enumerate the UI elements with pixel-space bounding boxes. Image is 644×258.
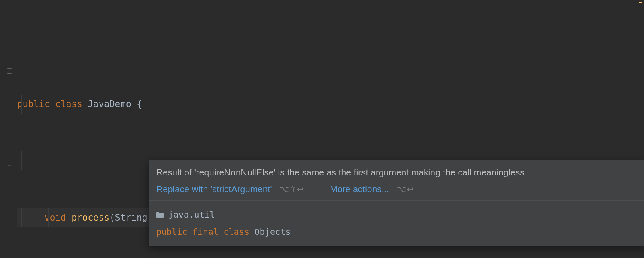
more-actions-link[interactable]: More actions... bbox=[330, 184, 389, 194]
shortcut-label: ⌥↩ bbox=[397, 184, 414, 194]
quick-doc: java.util public final class Objects bbox=[149, 201, 644, 246]
gutter bbox=[0, 0, 17, 258]
error-stripe[interactable] bbox=[638, 0, 644, 258]
shortcut-label: ⌥⇧↩ bbox=[279, 184, 304, 194]
code-line bbox=[17, 38, 644, 57]
package-name: java.util bbox=[168, 206, 215, 223]
quickfix-replace-link[interactable]: Replace with 'strictArgument' bbox=[156, 184, 272, 194]
inspection-tooltip: Result of 'requireNonNullElse' is the sa… bbox=[149, 160, 644, 246]
code-line: public class JavaDemo { bbox=[17, 95, 644, 114]
warning-marker[interactable] bbox=[639, 2, 642, 3]
fold-minus-icon[interactable] bbox=[7, 163, 12, 168]
fold-minus-icon[interactable] bbox=[7, 68, 12, 74]
inspection-message: Result of 'requireNonNullElse' is the sa… bbox=[149, 160, 644, 182]
package-icon bbox=[156, 211, 164, 218]
